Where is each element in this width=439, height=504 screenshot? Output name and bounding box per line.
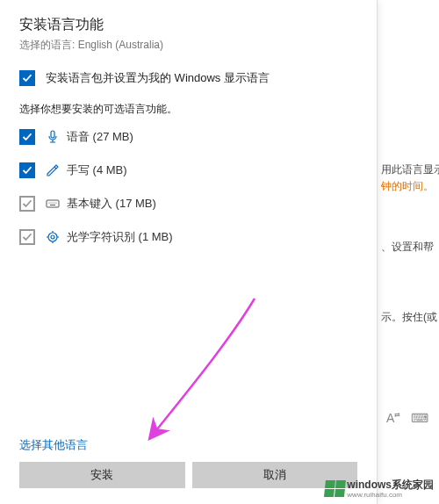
option-speech-label: 语音 (27 MB) (67, 129, 133, 145)
svg-point-8 (48, 233, 57, 241)
check-icon (22, 232, 32, 242)
bg-text-line: 用此语言显示 (381, 162, 435, 178)
choose-other-language-link[interactable]: 选择其他语言 (19, 437, 357, 453)
watermark-suffix: 系统家园 (392, 479, 434, 491)
font-size-icon: A⇄ (386, 411, 400, 425)
svg-rect-7 (50, 205, 55, 205)
checkbox-checked[interactable] (19, 70, 35, 86)
svg-point-2 (48, 202, 49, 203)
install-button[interactable]: 安装 (19, 462, 185, 488)
keyboard-icon: ⌨ (411, 411, 428, 425)
background-settings-panel: 用此语言显示 钟的时间。 、设置和帮 示。按住(或 A⇄ ⌨ (378, 0, 439, 504)
check-icon (22, 132, 32, 142)
install-language-dialog: 安装语言功能 选择的语言: English (Australia) 安装语言包并… (0, 0, 378, 504)
bg-text-line: 示。按住(或 (381, 309, 435, 326)
svg-rect-1 (47, 200, 59, 207)
svg-point-5 (54, 202, 54, 203)
watermark-url: www.ruihaifu.com (347, 491, 434, 499)
microphone-icon (46, 130, 60, 144)
bg-icon-group: A⇄ ⌨ (386, 411, 428, 425)
svg-point-9 (51, 235, 54, 239)
set-display-language-label: 安装语言包并设置为我的 Windows 显示语言 (46, 70, 270, 86)
ocr-icon (46, 230, 60, 244)
keyboard-icon (46, 197, 60, 211)
option-ocr[interactable]: 光学字符识别 (1 MB) (19, 229, 357, 245)
pen-icon (46, 163, 60, 177)
options-desc: 选择你想要安装的可选语言功能。 (19, 102, 357, 117)
option-typing-label: 基本键入 (17 MB) (67, 196, 156, 212)
option-handwriting[interactable]: 手写 (4 MB) (19, 162, 357, 178)
checkbox-disabled (19, 196, 35, 212)
dialog-title: 安装语言功能 (19, 16, 357, 34)
option-ocr-label: 光学字符识别 (1 MB) (67, 229, 173, 245)
option-typing[interactable]: 基本键入 (17 MB) (19, 196, 357, 212)
watermark: windows系统家园 www.ruihaifu.com (324, 478, 434, 499)
svg-point-6 (55, 202, 56, 203)
check-icon (22, 198, 32, 209)
dialog-buttons: 安装 取消 (19, 462, 357, 488)
bg-text-line: 、设置和帮 (381, 239, 435, 256)
checkbox-checked[interactable] (19, 129, 35, 145)
check-icon (22, 73, 32, 83)
option-handwriting-label: 手写 (4 MB) (67, 162, 127, 178)
option-speech[interactable]: 语音 (27 MB) (19, 129, 357, 145)
check-icon (22, 165, 32, 176)
windows-logo-icon (323, 479, 346, 497)
svg-rect-0 (51, 131, 54, 138)
dialog-subtitle: 选择的语言: English (Australia) (19, 38, 357, 53)
checkbox-disabled (19, 229, 35, 245)
svg-point-3 (50, 202, 51, 203)
set-display-language-row[interactable]: 安装语言包并设置为我的 Windows 显示语言 (19, 70, 357, 86)
svg-point-4 (52, 202, 53, 203)
bg-text-line: 钟的时间。 (381, 178, 435, 195)
watermark-brand: windows (347, 479, 392, 491)
checkbox-checked[interactable] (19, 162, 35, 178)
